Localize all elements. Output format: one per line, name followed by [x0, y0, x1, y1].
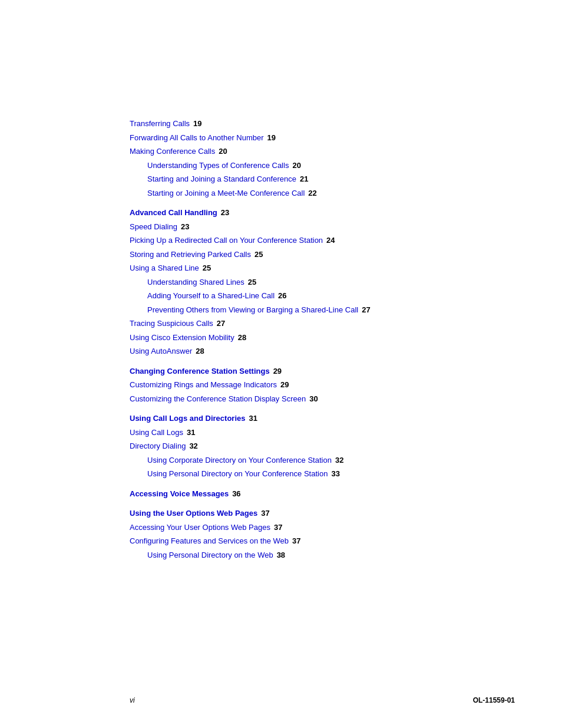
toc-link[interactable]: Preventing Others from Viewing or Bargin…: [147, 304, 358, 316]
toc-page-number: 21: [300, 173, 308, 185]
toc-entry: Using AutoAnswer28: [130, 345, 515, 357]
toc-page-number: 32: [189, 440, 197, 452]
page: Transferring Calls19Forwarding All Calls…: [0, 0, 562, 728]
toc-entry: Starting and Joining a Standard Conferen…: [130, 173, 515, 185]
toc-page-number: 27: [362, 304, 370, 316]
toc-page-number: 29: [280, 379, 289, 391]
toc-entry: Accessing Your User Options Web Pages37: [130, 522, 515, 533]
toc-heading-link[interactable]: Using the User Options Web Pages: [130, 508, 257, 519]
toc-entry: Customizing the Conference Station Displ…: [130, 393, 515, 405]
footer: vi OL-11559-01: [0, 696, 562, 704]
toc-entry: Picking Up a Redirected Call on Your Con…: [130, 235, 515, 246]
toc-link[interactable]: Starting and Joining a Standard Conferen…: [147, 173, 296, 185]
toc-entry: Starting or Joining a Meet-Me Conference…: [130, 187, 515, 199]
toc-link[interactable]: Picking Up a Redirected Call on Your Con…: [130, 235, 323, 246]
toc-page-number: 23: [181, 221, 189, 233]
toc-entry: Configuring Features and Services on the…: [130, 535, 515, 547]
footer-doc-number: OL-11559-01: [473, 696, 515, 704]
toc-link[interactable]: Using Corporate Directory on Your Confer…: [147, 454, 332, 466]
toc-page-number: 33: [331, 468, 339, 480]
toc-link[interactable]: Making Conference Calls: [130, 146, 215, 157]
toc-entry: Understanding Types of Conference Calls2…: [130, 160, 515, 172]
toc-page-number: 25: [248, 276, 256, 288]
toc-page-number: 22: [308, 187, 316, 199]
toc-entry: Directory Dialing32: [130, 440, 515, 452]
toc-heading-link[interactable]: Accessing Voice Messages: [130, 488, 229, 500]
toc-link[interactable]: Transferring Calls: [130, 118, 190, 130]
toc-entry: Adding Yourself to a Shared-Line Call26: [130, 290, 515, 302]
toc-entry: Using Cisco Extension Mobility28: [130, 332, 515, 344]
toc-page-number: 19: [267, 132, 276, 144]
toc-entry: Accessing Voice Messages36: [130, 488, 515, 500]
toc-link[interactable]: Accessing Your User Options Web Pages: [130, 522, 270, 533]
toc-page-number: 27: [217, 318, 225, 330]
toc-link[interactable]: Adding Yourself to a Shared-Line Call: [147, 290, 275, 302]
toc-entry: Preventing Others from Viewing or Bargin…: [130, 304, 515, 316]
toc-entry: Speed Dialing23: [130, 221, 515, 233]
toc-page-number: 37: [261, 508, 269, 519]
toc-entry: Using Call Logs and Directories31: [130, 413, 515, 424]
toc-entry: Using a Shared Line25: [130, 262, 515, 274]
toc-page-number: 38: [277, 549, 285, 561]
toc-page-number: 19: [193, 118, 201, 130]
toc-link[interactable]: Storing and Retrieving Parked Calls: [130, 249, 251, 261]
toc-entry: Forwarding All Calls to Another Number19: [130, 132, 515, 144]
toc-link[interactable]: Speed Dialing: [130, 221, 177, 233]
toc-entry: Using the User Options Web Pages37: [130, 508, 515, 519]
toc-page-number: 29: [273, 365, 282, 377]
toc-page-number: 31: [249, 413, 257, 424]
toc-link[interactable]: Forwarding All Calls to Another Number: [130, 132, 264, 144]
toc-link[interactable]: Using Call Logs: [130, 427, 183, 439]
toc-page-number: 32: [335, 454, 343, 466]
toc-page-number: 20: [219, 146, 227, 157]
toc-entry: Understanding Shared Lines25: [130, 276, 515, 288]
toc-page-number: 37: [292, 535, 300, 547]
toc-link[interactable]: Using AutoAnswer: [130, 345, 192, 357]
toc-page-number: 23: [221, 207, 229, 219]
toc-page-number: 26: [278, 290, 286, 302]
toc-entry: Changing Conference Station Settings29: [130, 365, 515, 377]
toc-entry: Making Conference Calls20: [130, 146, 515, 157]
toc-link[interactable]: Understanding Types of Conference Calls: [147, 160, 289, 172]
toc-page-number: 30: [309, 393, 318, 405]
toc-page-number: 25: [203, 262, 211, 274]
toc-page-number: 36: [232, 488, 240, 500]
footer-page-number: vi: [47, 696, 135, 704]
toc-link[interactable]: Tracing Suspicious Calls: [130, 318, 213, 330]
toc-link[interactable]: Using Cisco Extension Mobility: [130, 332, 234, 344]
toc-link[interactable]: Understanding Shared Lines: [147, 276, 244, 288]
toc-entry: Transferring Calls19: [130, 118, 515, 130]
toc-link[interactable]: Using Personal Directory on Your Confere…: [147, 468, 328, 480]
toc-link[interactable]: Starting or Joining a Meet-Me Conference…: [147, 187, 305, 199]
toc-page-number: 25: [254, 249, 263, 261]
toc-heading-link[interactable]: Advanced Call Handling: [130, 207, 217, 219]
toc-link[interactable]: Configuring Features and Services on the…: [130, 535, 289, 547]
toc-link[interactable]: Customizing the Conference Station Displ…: [130, 393, 306, 405]
toc-entry: Customizing Rings and Message Indicators…: [130, 379, 515, 391]
toc-page-number: 28: [196, 345, 204, 357]
toc-page-number: 31: [187, 427, 195, 439]
toc-entry: Using Personal Directory on Your Confere…: [130, 468, 515, 480]
toc-entry: Advanced Call Handling23: [130, 207, 515, 219]
toc-entry: Storing and Retrieving Parked Calls25: [130, 249, 515, 261]
toc-link[interactable]: Customizing Rings and Message Indicators: [130, 379, 277, 391]
toc-entry: Using Corporate Directory on Your Confer…: [130, 454, 515, 466]
toc-heading-link[interactable]: Using Call Logs and Directories: [130, 413, 246, 424]
toc-page-number: 20: [292, 160, 300, 172]
toc-link[interactable]: Directory Dialing: [130, 440, 186, 452]
toc-link[interactable]: Using Personal Directory on the Web: [147, 549, 273, 561]
toc-page-number: 37: [274, 522, 282, 533]
toc-link[interactable]: Using a Shared Line: [130, 262, 199, 274]
toc-page-number: 24: [326, 235, 335, 246]
toc-entry: Tracing Suspicious Calls27: [130, 318, 515, 330]
toc-content: Transferring Calls19Forwarding All Calls…: [0, 0, 562, 610]
toc-page-number: 28: [238, 332, 246, 344]
toc-entry: Using Call Logs31: [130, 427, 515, 439]
toc-heading-link[interactable]: Changing Conference Station Settings: [130, 365, 270, 377]
toc-entry: Using Personal Directory on the Web38: [130, 549, 515, 561]
